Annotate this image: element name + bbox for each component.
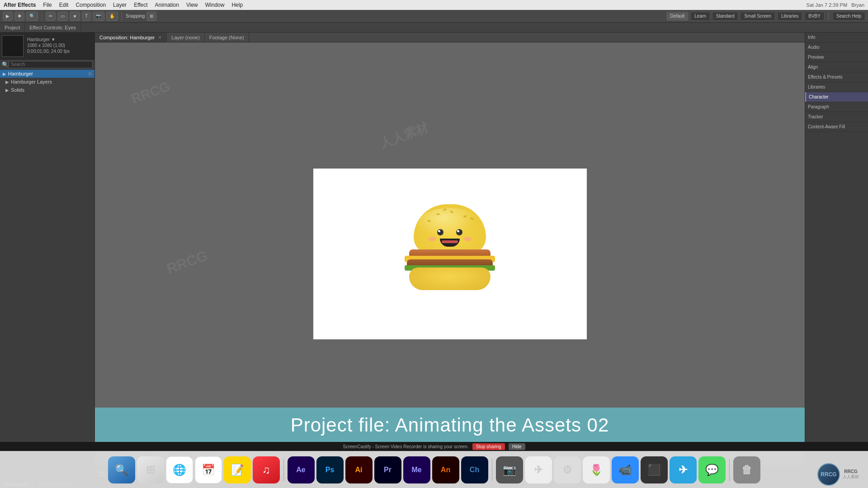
- preview-item[interactable]: Preview: [805, 52, 868, 62]
- branding-text: RRCG 人人素材: [843, 469, 859, 480]
- dock-icon-capture[interactable]: 📷: [496, 456, 523, 483]
- dock-item-ai[interactable]: Ai: [345, 456, 373, 483]
- paragraph-item[interactable]: Paragraph: [805, 102, 868, 112]
- dock-icon-zoom[interactable]: 📹: [612, 456, 639, 483]
- dock-icon-finder[interactable]: 🔍: [108, 456, 135, 483]
- menu-layer[interactable]: Layer: [113, 2, 127, 8]
- toolbar-hand[interactable]: ✋: [106, 12, 118, 21]
- dock-item-launchpad[interactable]: ⊞: [137, 456, 164, 483]
- bun-bottom: [409, 267, 491, 290]
- dock-item-an[interactable]: An: [432, 456, 459, 483]
- dock-item-sysprefs[interactable]: ⚙: [554, 456, 581, 483]
- menu-animation[interactable]: Animation: [155, 2, 179, 8]
- dock-item-ps[interactable]: Ps: [316, 456, 344, 483]
- dock-item-ae[interactable]: Ae: [288, 456, 315, 483]
- dock-icon-telegram[interactable]: ✈: [670, 456, 697, 483]
- viewer-tab-layer[interactable]: Layer (none): [167, 33, 204, 42]
- character-item[interactable]: Character: [805, 92, 868, 102]
- dock-item-notes[interactable]: 📝: [224, 456, 251, 483]
- dock-icon-music[interactable]: ♫: [253, 456, 280, 483]
- dock-icon-trash[interactable]: 🗑: [733, 456, 760, 483]
- tracker-item[interactable]: Tracker: [805, 112, 868, 122]
- toolbar-btn-3[interactable]: 🔍: [26, 12, 38, 21]
- dock: 🔍 ⊞ 🌐 📅 📝 ♫ Ae Ps Ai Pr Me An Ch 📷 ✈ ⚙: [0, 451, 868, 488]
- dock-icon-testflight[interactable]: ✈: [525, 456, 552, 483]
- app-name[interactable]: After Effects: [4, 2, 36, 8]
- panel-tab-effect-controls[interactable]: Effect Controls: Eyes: [25, 23, 81, 32]
- dock-item-trash[interactable]: 🗑: [733, 456, 760, 483]
- dock-item-messages[interactable]: 💬: [698, 456, 726, 483]
- toolbar-star[interactable]: ★: [70, 12, 80, 21]
- libraries-item[interactable]: Libraries: [805, 82, 868, 92]
- dock-item-finder[interactable]: 🔍: [108, 456, 135, 483]
- dock-icon-sysprefs[interactable]: ⚙: [554, 456, 581, 483]
- effects-presets-item[interactable]: Effects & Presets: [805, 72, 868, 82]
- workspace-default[interactable]: Default: [666, 12, 689, 21]
- toolbar-btn-1[interactable]: ▶: [3, 12, 13, 21]
- menu-effect[interactable]: Effect: [134, 2, 147, 8]
- info-item[interactable]: Info: [805, 33, 868, 42]
- workspace-learn[interactable]: Learn: [690, 12, 710, 21]
- toolbar-pen[interactable]: ✏: [46, 12, 56, 21]
- project-search-input[interactable]: [9, 61, 93, 68]
- dock-icon-me[interactable]: Me: [403, 456, 430, 483]
- toolbar-btn-2[interactable]: ✱: [14, 12, 24, 21]
- dock-item-pr[interactable]: Pr: [374, 456, 401, 483]
- workspace-standard[interactable]: Standard: [712, 12, 739, 21]
- toolbar-camera[interactable]: 📷: [93, 12, 104, 21]
- toolbar-snap[interactable]: ⊞: [146, 12, 156, 21]
- workspace-libraries[interactable]: Libraries: [777, 12, 802, 21]
- branding-area: RRCG RRCG 人人素材: [817, 463, 859, 486]
- dock-item-screenflow[interactable]: ⬛: [641, 456, 668, 483]
- screenshare-stop-button[interactable]: Stop sharing: [472, 443, 505, 450]
- dock-icon-photos[interactable]: 🌷: [583, 456, 610, 483]
- dock-icon-ai[interactable]: Ai: [345, 456, 373, 483]
- project-item-hamburger-layers[interactable]: ▶ Hamburger Layers: [0, 78, 94, 86]
- dock-icon-pr[interactable]: Pr: [374, 456, 401, 483]
- viewer-tab-comp-close[interactable]: ✕: [158, 35, 162, 40]
- audio-item[interactable]: Audio: [805, 42, 868, 52]
- search-help[interactable]: Search Help: [832, 12, 865, 21]
- comp-duration: 0;00;01;00, 24.00 fps: [27, 49, 70, 54]
- menu-composition[interactable]: Composition: [75, 2, 106, 8]
- dock-item-ch[interactable]: Ch: [461, 456, 488, 483]
- menu-file[interactable]: File: [43, 2, 52, 8]
- viewer-tab-footage[interactable]: Footage (None): [205, 33, 249, 42]
- dock-icon-chrome[interactable]: 🌐: [166, 456, 193, 483]
- menu-help[interactable]: Help: [231, 2, 243, 8]
- dock-icon-screenflow[interactable]: ⬛: [641, 456, 668, 483]
- dock-item-music[interactable]: ♫: [253, 456, 280, 483]
- dock-icon-messages[interactable]: 💬: [698, 456, 726, 483]
- menu-window[interactable]: Window: [205, 2, 225, 8]
- panel-tab-project[interactable]: Project: [0, 23, 25, 32]
- dock-icon-notes[interactable]: 📝: [224, 456, 251, 483]
- content-aware-fill-item[interactable]: Content-Aware Fill: [805, 122, 868, 132]
- screenshare-hide-button[interactable]: Hide: [509, 443, 525, 450]
- cheek-left: [428, 237, 436, 241]
- dock-icon-ps[interactable]: Ps: [316, 456, 344, 483]
- dock-icon-an[interactable]: An: [432, 456, 459, 483]
- dock-item-photos[interactable]: 🌷: [583, 456, 610, 483]
- align-item[interactable]: Align: [805, 62, 868, 72]
- dock-item-capture[interactable]: 📷: [496, 456, 523, 483]
- dock-icon-ch[interactable]: Ch: [461, 456, 488, 483]
- dock-icon-launchpad[interactable]: ⊞: [137, 456, 164, 483]
- dock-item-calendar[interactable]: 📅: [195, 456, 222, 483]
- hamburger-illustration: [405, 204, 495, 304]
- workspace-bvby[interactable]: BVBY: [804, 12, 825, 21]
- toolbar-type[interactable]: T: [82, 12, 91, 21]
- dock-item-me[interactable]: Me: [403, 456, 430, 483]
- dock-item-telegram[interactable]: ✈: [670, 456, 697, 483]
- viewer-tab-composition[interactable]: Composition: Hamburger ✕: [95, 33, 167, 42]
- menu-edit[interactable]: Edit: [59, 2, 69, 8]
- dock-item-testflight[interactable]: ✈: [525, 456, 552, 483]
- workspace-small-screen[interactable]: Small Screen: [740, 12, 775, 21]
- dock-item-chrome[interactable]: 🌐: [166, 456, 193, 483]
- dock-item-zoom[interactable]: 📹: [612, 456, 639, 483]
- menu-view[interactable]: View: [186, 2, 198, 8]
- dock-icon-ae[interactable]: Ae: [288, 456, 315, 483]
- project-item-hamburger[interactable]: ▶ Hamburger ⊞: [0, 70, 94, 78]
- project-item-solids[interactable]: ▶ Solids: [0, 86, 94, 94]
- toolbar-rect[interactable]: ▭: [57, 12, 68, 21]
- dock-icon-calendar[interactable]: 📅: [195, 456, 222, 483]
